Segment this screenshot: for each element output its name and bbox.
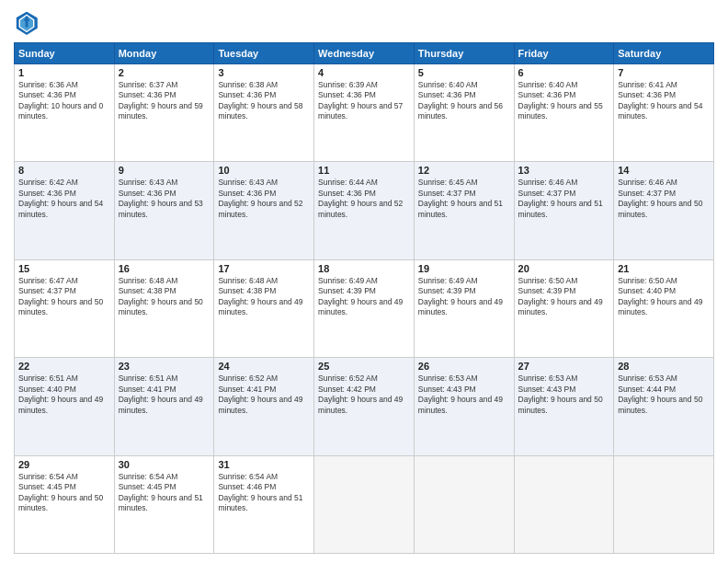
calendar-cell: 19Sunrise: 6:49 AMSunset: 4:39 PMDayligh… bbox=[414, 259, 514, 357]
calendar-cell: 1Sunrise: 6:36 AMSunset: 4:36 PMDaylight… bbox=[15, 64, 115, 162]
daylight-text: Daylight: 9 hours and 51 minutes. bbox=[518, 199, 610, 220]
day-number: 13 bbox=[518, 165, 610, 176]
sunrise-text: Sunrise: 6:45 AM bbox=[418, 178, 510, 188]
calendar-cell: 23Sunrise: 6:51 AMSunset: 4:41 PMDayligh… bbox=[114, 358, 214, 455]
sunset-text: Sunset: 4:38 PM bbox=[218, 286, 310, 296]
daylight-text: Daylight: 9 hours and 56 minutes. bbox=[418, 101, 510, 122]
calendar-cell: 14Sunrise: 6:46 AMSunset: 4:37 PMDayligh… bbox=[614, 162, 714, 259]
daylight-text: Daylight: 9 hours and 49 minutes. bbox=[18, 395, 110, 416]
day-info: Sunrise: 6:36 AMSunset: 4:36 PMDaylight:… bbox=[18, 80, 110, 122]
sunset-text: Sunset: 4:45 PM bbox=[18, 482, 110, 492]
sunrise-text: Sunrise: 6:53 AM bbox=[618, 373, 710, 384]
sunrise-text: Sunrise: 6:50 AM bbox=[618, 276, 710, 286]
day-number: 15 bbox=[18, 263, 110, 274]
calendar-cell: 29Sunrise: 6:54 AMSunset: 4:45 PMDayligh… bbox=[15, 455, 115, 553]
day-number: 5 bbox=[418, 67, 510, 78]
calendar-body: 1Sunrise: 6:36 AMSunset: 4:36 PMDaylight… bbox=[15, 64, 714, 554]
sunrise-text: Sunrise: 6:40 AM bbox=[518, 80, 610, 90]
daylight-text: Daylight: 9 hours and 49 minutes. bbox=[418, 297, 510, 318]
sunset-text: Sunset: 4:40 PM bbox=[18, 385, 110, 395]
daylight-text: Daylight: 9 hours and 58 minutes. bbox=[218, 101, 310, 122]
daylight-text: Daylight: 9 hours and 49 minutes. bbox=[618, 297, 710, 318]
daylight-text: Daylight: 9 hours and 49 minutes. bbox=[518, 297, 610, 318]
weekday-header: Saturday bbox=[614, 43, 714, 64]
daylight-text: Daylight: 9 hours and 50 minutes. bbox=[518, 395, 610, 416]
calendar-table: SundayMondayTuesdayWednesdayThursdayFrid… bbox=[14, 42, 714, 554]
calendar-cell: 28Sunrise: 6:53 AMSunset: 4:44 PMDayligh… bbox=[614, 358, 714, 455]
calendar-cell: 10Sunrise: 6:43 AMSunset: 4:36 PMDayligh… bbox=[214, 162, 314, 259]
day-info: Sunrise: 6:50 AMSunset: 4:39 PMDaylight:… bbox=[518, 276, 610, 318]
daylight-text: Daylight: 9 hours and 51 minutes. bbox=[418, 199, 510, 220]
calendar-cell: 15Sunrise: 6:47 AMSunset: 4:37 PMDayligh… bbox=[15, 259, 115, 357]
calendar-week-row: 29Sunrise: 6:54 AMSunset: 4:45 PMDayligh… bbox=[15, 455, 714, 553]
calendar-cell: 3Sunrise: 6:38 AMSunset: 4:36 PMDaylight… bbox=[214, 64, 314, 162]
sunrise-text: Sunrise: 6:37 AM bbox=[119, 80, 210, 90]
day-number: 1 bbox=[18, 67, 110, 78]
day-number: 12 bbox=[418, 165, 510, 176]
calendar-cell: 9Sunrise: 6:43 AMSunset: 4:36 PMDaylight… bbox=[114, 162, 214, 259]
logo-icon bbox=[14, 9, 40, 35]
daylight-text: Daylight: 9 hours and 49 minutes. bbox=[218, 297, 310, 318]
day-number: 7 bbox=[618, 67, 710, 78]
calendar-cell: 16Sunrise: 6:48 AMSunset: 4:38 PMDayligh… bbox=[114, 259, 214, 357]
sunrise-text: Sunrise: 6:46 AM bbox=[518, 178, 610, 188]
calendar-cell: 11Sunrise: 6:44 AMSunset: 4:36 PMDayligh… bbox=[314, 162, 415, 259]
day-number: 23 bbox=[119, 361, 210, 372]
daylight-text: Daylight: 9 hours and 59 minutes. bbox=[119, 101, 210, 122]
day-number: 31 bbox=[218, 459, 310, 470]
day-number: 22 bbox=[18, 361, 110, 372]
calendar-cell: 18Sunrise: 6:49 AMSunset: 4:39 PMDayligh… bbox=[314, 259, 415, 357]
calendar-cell: 27Sunrise: 6:53 AMSunset: 4:43 PMDayligh… bbox=[514, 358, 614, 455]
daylight-text: Daylight: 9 hours and 49 minutes. bbox=[218, 395, 310, 416]
sunrise-text: Sunrise: 6:41 AM bbox=[618, 80, 710, 90]
sunrise-text: Sunrise: 6:42 AM bbox=[18, 178, 110, 188]
day-info: Sunrise: 6:50 AMSunset: 4:40 PMDaylight:… bbox=[618, 276, 710, 318]
sunrise-text: Sunrise: 6:53 AM bbox=[518, 373, 610, 384]
daylight-text: Daylight: 9 hours and 54 minutes. bbox=[618, 101, 710, 122]
sunset-text: Sunset: 4:39 PM bbox=[418, 286, 510, 296]
calendar-cell: 31Sunrise: 6:54 AMSunset: 4:46 PMDayligh… bbox=[214, 455, 314, 553]
day-info: Sunrise: 6:45 AMSunset: 4:37 PMDaylight:… bbox=[418, 178, 510, 220]
sunrise-text: Sunrise: 6:50 AM bbox=[518, 276, 610, 286]
day-number: 30 bbox=[119, 459, 210, 470]
daylight-text: Daylight: 9 hours and 55 minutes. bbox=[518, 101, 610, 122]
daylight-text: Daylight: 9 hours and 49 minutes. bbox=[318, 395, 410, 416]
day-number: 20 bbox=[518, 263, 610, 274]
calendar-cell: 13Sunrise: 6:46 AMSunset: 4:37 PMDayligh… bbox=[514, 162, 614, 259]
calendar-cell bbox=[614, 455, 714, 553]
daylight-text: Daylight: 9 hours and 49 minutes. bbox=[318, 297, 410, 318]
sunrise-text: Sunrise: 6:54 AM bbox=[18, 472, 110, 482]
sunset-text: Sunset: 4:41 PM bbox=[218, 385, 310, 395]
sunrise-text: Sunrise: 6:51 AM bbox=[18, 373, 110, 384]
sunrise-text: Sunrise: 6:49 AM bbox=[418, 276, 510, 286]
day-info: Sunrise: 6:37 AMSunset: 4:36 PMDaylight:… bbox=[119, 80, 210, 122]
daylight-text: Daylight: 9 hours and 52 minutes. bbox=[318, 199, 410, 220]
day-info: Sunrise: 6:46 AMSunset: 4:37 PMDaylight:… bbox=[518, 178, 610, 220]
daylight-text: Daylight: 9 hours and 51 minutes. bbox=[218, 493, 310, 514]
day-info: Sunrise: 6:48 AMSunset: 4:38 PMDaylight:… bbox=[119, 276, 210, 318]
calendar-cell: 7Sunrise: 6:41 AMSunset: 4:36 PMDaylight… bbox=[614, 64, 714, 162]
daylight-text: Daylight: 9 hours and 49 minutes. bbox=[119, 395, 210, 416]
sunrise-text: Sunrise: 6:49 AM bbox=[318, 276, 410, 286]
daylight-text: Daylight: 9 hours and 50 minutes. bbox=[18, 493, 110, 514]
sunrise-text: Sunrise: 6:36 AM bbox=[18, 80, 110, 90]
daylight-text: Daylight: 9 hours and 53 minutes. bbox=[119, 199, 210, 220]
sunset-text: Sunset: 4:36 PM bbox=[618, 90, 710, 100]
day-number: 21 bbox=[618, 263, 710, 274]
sunset-text: Sunset: 4:36 PM bbox=[119, 90, 210, 100]
calendar-cell bbox=[314, 455, 415, 553]
day-info: Sunrise: 6:42 AMSunset: 4:36 PMDaylight:… bbox=[18, 178, 110, 220]
sunset-text: Sunset: 4:39 PM bbox=[318, 286, 410, 296]
day-number: 16 bbox=[119, 263, 210, 274]
day-number: 26 bbox=[418, 361, 510, 372]
weekday-header: Tuesday bbox=[214, 43, 314, 64]
day-number: 10 bbox=[218, 165, 310, 176]
calendar-cell: 5Sunrise: 6:40 AMSunset: 4:36 PMDaylight… bbox=[414, 64, 514, 162]
sunrise-text: Sunrise: 6:51 AM bbox=[119, 373, 210, 384]
day-info: Sunrise: 6:52 AMSunset: 4:41 PMDaylight:… bbox=[218, 373, 310, 416]
calendar-week-row: 22Sunrise: 6:51 AMSunset: 4:40 PMDayligh… bbox=[15, 358, 714, 455]
sunset-text: Sunset: 4:42 PM bbox=[318, 385, 410, 395]
calendar-cell: 12Sunrise: 6:45 AMSunset: 4:37 PMDayligh… bbox=[414, 162, 514, 259]
calendar-cell: 22Sunrise: 6:51 AMSunset: 4:40 PMDayligh… bbox=[15, 358, 115, 455]
daylight-text: Daylight: 9 hours and 51 minutes. bbox=[119, 493, 210, 514]
